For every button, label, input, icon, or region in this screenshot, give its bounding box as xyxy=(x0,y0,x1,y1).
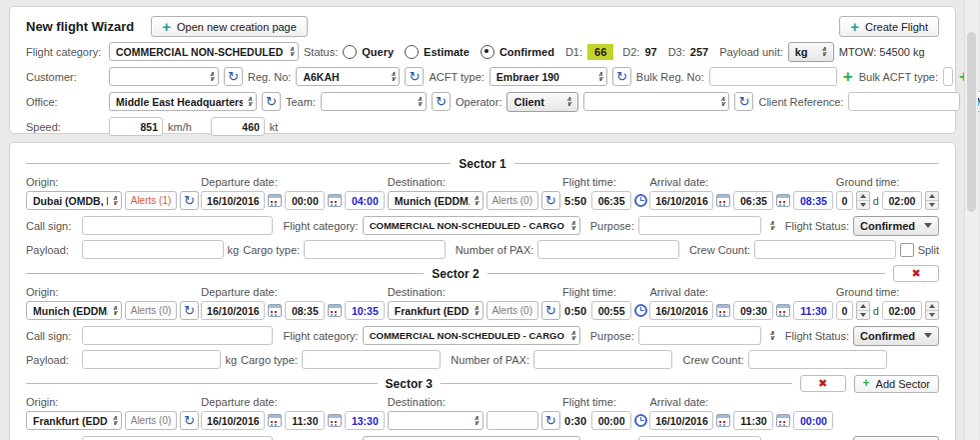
stepper[interactable] xyxy=(925,191,939,210)
departure-local-time-input[interactable] xyxy=(345,301,385,320)
purpose-input[interactable] xyxy=(638,436,761,440)
reg-no-select[interactable]: A6KAH ∧∨ xyxy=(296,67,400,86)
speed-kmh-input[interactable] xyxy=(109,117,163,136)
crew-count-input[interactable] xyxy=(748,350,887,369)
bulk-acft-type-input[interactable] xyxy=(943,67,953,86)
calendar-icon[interactable] xyxy=(268,304,282,317)
ground-time-input[interactable] xyxy=(882,191,922,210)
flight-status-select[interactable]: Confirmed xyxy=(853,436,939,440)
purpose-input[interactable] xyxy=(638,326,761,345)
departure-date-input[interactable] xyxy=(201,191,265,210)
flight-category-select[interactable]: COMMERCIAL NON-SCHEDULED ∧∨ xyxy=(109,42,299,61)
operator-select[interactable]: ∧∨ xyxy=(583,92,729,111)
sector-flight-category-select[interactable]: COMMERCIAL NON-SCHEDULED - CARGO AIRLINE… xyxy=(363,216,580,235)
delete-sector-button[interactable]: ✖ xyxy=(800,375,846,392)
origin-alerts-button[interactable]: Alerts (0) xyxy=(125,411,177,430)
origin-select[interactable]: Munich (EDDM, MUC) Fi ∧∨ xyxy=(26,301,122,320)
ground-time-input[interactable] xyxy=(882,301,922,320)
call-sign-input[interactable] xyxy=(82,216,273,235)
calendar-icon[interactable] xyxy=(268,194,282,207)
destination-alerts-button[interactable]: Alerts (0) xyxy=(487,301,538,320)
crew-count-input[interactable] xyxy=(754,240,896,259)
origin-alerts-button[interactable]: Alerts (1) xyxy=(125,191,177,210)
refresh-icon-button[interactable]: ↻ xyxy=(612,67,631,86)
flight-status-select[interactable]: Confirmed xyxy=(853,216,939,236)
refresh-icon-button[interactable]: ↻ xyxy=(180,191,199,210)
acft-type-select[interactable]: Embraer 190 ∧∨ xyxy=(490,67,607,86)
clock-icon[interactable] xyxy=(634,304,647,317)
departure-date-input[interactable] xyxy=(201,411,265,430)
refresh-icon-button[interactable]: ↻ xyxy=(180,411,199,430)
cargo-type-input[interactable] xyxy=(302,350,441,369)
departure-local-time-input[interactable] xyxy=(345,191,385,210)
call-sign-input[interactable] xyxy=(82,436,273,440)
add-sector-button[interactable]: + Add Sector xyxy=(854,375,939,393)
status-radio-estimate[interactable] xyxy=(405,45,419,59)
calendar-icon[interactable] xyxy=(328,414,342,427)
calendar-icon[interactable] xyxy=(328,194,342,207)
split-checkbox[interactable] xyxy=(900,243,914,257)
payload-input[interactable] xyxy=(82,350,221,369)
stepper[interactable] xyxy=(856,191,870,210)
departure-time-input[interactable] xyxy=(285,411,325,430)
flight-status-select[interactable]: Confirmed xyxy=(853,326,939,346)
payload-unit-select[interactable]: kg ∧∨ xyxy=(788,42,834,62)
refresh-icon-button[interactable]: ↻ xyxy=(541,301,560,320)
number-of-pax-input[interactable] xyxy=(537,240,679,259)
delete-sector-button[interactable]: ✖ xyxy=(893,265,939,282)
arrival-time-input[interactable] xyxy=(733,191,773,210)
arrival-date-input[interactable] xyxy=(649,191,713,210)
destination-select[interactable]: Munich (EDDM, MUC) Fi ∧∨ xyxy=(388,191,484,210)
create-flight-button[interactable]: + Create Flight xyxy=(839,16,939,37)
destination-alerts-button[interactable]: Alerts (0) xyxy=(487,191,538,210)
arrival-date-input[interactable] xyxy=(649,411,713,430)
calendar-icon[interactable] xyxy=(776,414,790,427)
departure-local-time-input[interactable] xyxy=(345,411,385,430)
refresh-icon-button[interactable]: ↻ xyxy=(180,301,199,320)
scrollbar-thumb[interactable] xyxy=(967,32,976,212)
client-reference-input[interactable] xyxy=(848,92,960,111)
refresh-icon-button[interactable]: ↻ xyxy=(405,67,424,86)
number-of-pax-input[interactable] xyxy=(533,350,672,369)
calendar-icon[interactable] xyxy=(776,304,790,317)
refresh-icon-button[interactable]: ↻ xyxy=(262,92,281,111)
calendar-icon[interactable] xyxy=(776,194,790,207)
origin-alerts-button[interactable]: Alerts (0) xyxy=(125,301,177,320)
speed-kt-input[interactable] xyxy=(211,117,265,136)
arrival-local-time-input[interactable] xyxy=(793,301,833,320)
customer-select[interactable]: ∧∨ xyxy=(109,67,219,86)
refresh-icon-button[interactable]: ↻ xyxy=(541,191,560,210)
call-sign-input[interactable] xyxy=(82,326,273,345)
sector-flight-category-select[interactable]: COMMERCIAL NON-SCHEDULED - CARGO AIRLINE… xyxy=(363,326,580,345)
refresh-icon-button[interactable]: ↻ xyxy=(541,411,560,430)
departure-date-input[interactable] xyxy=(201,301,265,320)
calendar-icon[interactable] xyxy=(716,194,730,207)
destination-alerts-button[interactable] xyxy=(487,411,538,430)
flight-time-input[interactable] xyxy=(591,411,631,430)
operator-type-select[interactable]: Client ∧∨ xyxy=(506,92,578,112)
calendar-icon[interactable] xyxy=(328,304,342,317)
arrival-local-time-input[interactable] xyxy=(793,191,833,210)
flight-time-input[interactable] xyxy=(591,191,631,210)
clock-icon[interactable] xyxy=(634,414,647,427)
purpose-input[interactable] xyxy=(638,216,761,235)
bulk-reg-no-input[interactable] xyxy=(709,67,837,86)
departure-time-input[interactable] xyxy=(285,301,325,320)
flight-time-input[interactable] xyxy=(591,301,631,320)
payload-input[interactable] xyxy=(82,240,224,259)
arrival-time-input[interactable] xyxy=(733,301,773,320)
calendar-icon[interactable] xyxy=(268,414,282,427)
arrival-date-input[interactable] xyxy=(649,301,713,320)
vertical-scrollbar[interactable] xyxy=(964,0,978,440)
origin-select[interactable]: Frankfurt (EDDF, FRA) F ∧∨ xyxy=(26,411,122,430)
calendar-icon[interactable] xyxy=(716,304,730,317)
destination-select[interactable]: Frankfurt (EDDF, FRA) F ∧∨ xyxy=(388,301,484,320)
status-radio-query[interactable] xyxy=(343,45,357,59)
team-select[interactable]: ∧∨ xyxy=(321,92,427,111)
origin-select[interactable]: Dubai (OMDB, DXB) Dub ∧∨ xyxy=(26,191,122,210)
refresh-icon-button[interactable]: ↻ xyxy=(432,92,451,111)
sector-flight-category-select[interactable]: COMMERCIAL NON-SCHEDULED - CARGO AIRLINE… xyxy=(363,436,580,440)
refresh-icon-button[interactable]: ↻ xyxy=(734,92,753,111)
stepper[interactable] xyxy=(925,301,939,320)
clock-icon[interactable] xyxy=(634,194,647,207)
